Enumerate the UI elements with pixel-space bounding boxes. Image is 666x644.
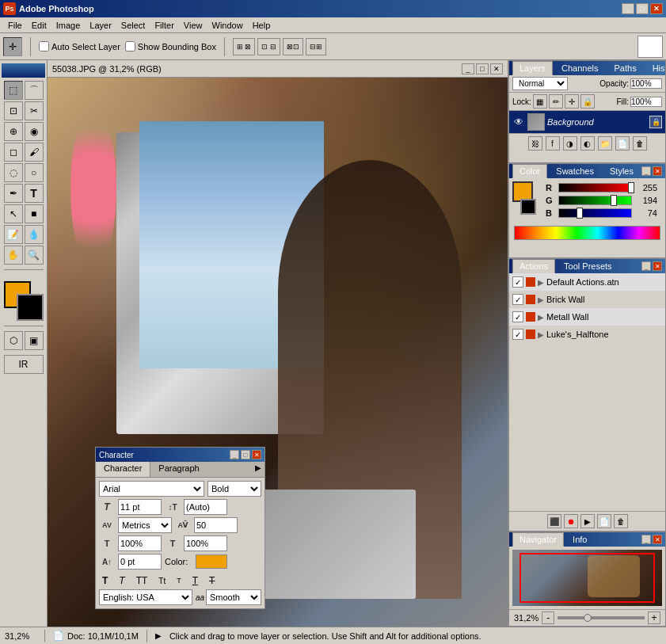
delete-action-btn[interactable]: 🗑 — [614, 514, 628, 528]
font-size-input[interactable] — [118, 499, 162, 515]
zoom-in-btn[interactable]: + — [648, 612, 660, 624]
add-style-btn[interactable]: f — [546, 136, 560, 151]
doc-minimize-button[interactable]: _ — [462, 63, 474, 74]
char-panel-close[interactable]: ✕ — [252, 450, 261, 459]
tab-info[interactable]: Info — [565, 532, 594, 547]
lock-transparent-btn[interactable]: ▦ — [533, 94, 547, 109]
char-panel-minimize[interactable]: _ — [230, 450, 239, 459]
select-tool[interactable]: ⬚ — [4, 81, 23, 100]
super-btn[interactable]: T — [173, 575, 185, 586]
hand-tool[interactable]: ✋ — [4, 246, 23, 265]
action-check-4[interactable]: ✓ — [512, 329, 523, 340]
show-bbox-label[interactable]: Show Bounding Box — [125, 41, 216, 51]
blur-tool[interactable]: ◌ — [4, 163, 23, 182]
action-row-3[interactable]: ✓ ▶ Metall Wall — [509, 308, 665, 326]
new-layer-btn[interactable]: 📄 — [615, 136, 630, 151]
path-select-tool[interactable]: ↖ — [4, 204, 23, 223]
tab-history[interactable]: History — [645, 61, 666, 75]
action-row-2[interactable]: ✓ ▶ Brick Wall — [509, 291, 665, 308]
menu-view[interactable]: View — [179, 19, 207, 32]
background-color[interactable] — [17, 294, 44, 321]
g-slider[interactable] — [558, 196, 632, 205]
doc-restore-button[interactable]: □ — [476, 63, 489, 74]
doc-close-button[interactable]: ✕ — [490, 63, 503, 74]
play-action-btn[interactable]: ▶ — [580, 514, 595, 528]
add-mask-btn[interactable]: ◑ — [563, 136, 577, 151]
new-adjustment-btn[interactable]: ◐ — [580, 136, 595, 151]
r-slider[interactable] — [558, 183, 632, 192]
nav-zoom-slider[interactable] — [558, 616, 645, 619]
show-bbox-checkbox[interactable] — [125, 41, 135, 51]
action-check-1[interactable]: ✓ — [512, 276, 523, 288]
tab-layers[interactable]: Layers — [512, 61, 553, 75]
lasso-tool[interactable]: ⌒ — [25, 81, 44, 100]
menu-help[interactable]: Help — [248, 19, 276, 32]
under-btn[interactable]: T — [189, 574, 201, 588]
menu-image[interactable]: Image — [51, 19, 86, 32]
layer-row-background[interactable]: 👁 Background 🔒 — [509, 111, 665, 133]
auto-select-label[interactable]: Auto Select Layer — [39, 41, 120, 51]
actions-close[interactable]: ✕ — [653, 261, 662, 271]
tab-tool-presets[interactable]: Tool Presets — [557, 259, 619, 273]
notes-tool[interactable]: 📝 — [4, 225, 23, 244]
menu-select[interactable]: Select — [116, 19, 150, 32]
tracking-input[interactable] — [194, 517, 238, 533]
b-slider[interactable] — [558, 208, 632, 218]
smallcaps-btn[interactable]: Tt — [155, 575, 169, 587]
layer-visibility-icon[interactable]: 👁 — [512, 116, 525, 128]
nav-close[interactable]: ✕ — [653, 535, 662, 544]
menu-filter[interactable]: Filter — [150, 19, 178, 32]
transform-btn-1[interactable]: ⊞ ⊠ — [233, 38, 256, 55]
blend-mode-select[interactable]: Normal — [512, 77, 568, 90]
delete-layer-btn[interactable]: 🗑 — [633, 136, 647, 151]
menu-edit[interactable]: Edit — [27, 19, 51, 32]
paint-tool[interactable]: 🖌 — [25, 143, 44, 162]
font-family-select[interactable]: Arial — [99, 481, 204, 497]
tab-navigator[interactable]: Navigator — [512, 532, 564, 547]
new-group-btn[interactable]: 📁 — [598, 136, 612, 151]
screen-mode-tool[interactable]: ▣ — [25, 331, 44, 350]
transform-btn-4[interactable]: ⊟⊞ — [306, 38, 326, 55]
auto-select-checkbox[interactable] — [39, 41, 49, 51]
lock-all-btn[interactable]: 🔒 — [580, 94, 595, 109]
crop-tool[interactable]: ⊡ — [4, 101, 23, 120]
healing-tool[interactable]: ⊕ — [4, 122, 23, 141]
color-gradient-bar[interactable] — [514, 226, 660, 240]
action-check-3[interactable]: ✓ — [512, 311, 523, 322]
tab-color[interactable]: Color — [512, 164, 547, 178]
zoom-tool[interactable]: 🔍 — [25, 246, 44, 265]
move-tool-icon[interactable]: ✛ — [3, 37, 22, 56]
eraser-tool[interactable]: ◻ — [4, 143, 23, 162]
record-action-btn[interactable]: ⏺ — [564, 514, 578, 528]
language-select[interactable]: English: USA — [99, 589, 192, 605]
tab-paths[interactable]: Paths — [607, 61, 644, 75]
baseline-input[interactable] — [118, 554, 162, 570]
tab-actions[interactable]: Actions — [512, 259, 555, 273]
opacity-input[interactable] — [630, 78, 662, 89]
color-minimize[interactable]: _ — [641, 166, 651, 176]
jump-to-imageready[interactable]: IR — [4, 355, 44, 374]
anti-alias-select[interactable]: Smooth — [206, 589, 261, 605]
action-check-2[interactable]: ✓ — [512, 294, 523, 305]
text-color-swatch[interactable] — [196, 554, 227, 569]
transform-btn-2[interactable]: ⊡ ⊟ — [257, 38, 280, 55]
kerning-select[interactable]: Metrics — [118, 517, 172, 533]
tab-paragraph[interactable]: Paragraph — [150, 462, 207, 477]
stamp-tool[interactable]: ◉ — [25, 122, 44, 141]
leading-input[interactable] — [184, 499, 227, 515]
fill-input[interactable] — [630, 97, 662, 107]
italic-btn[interactable]: T — [116, 574, 127, 588]
nav-minimize[interactable]: _ — [641, 535, 651, 544]
menu-file[interactable]: File — [3, 19, 27, 32]
actions-minimize[interactable]: _ — [641, 261, 651, 271]
tab-character[interactable]: Character — [96, 462, 150, 477]
transform-btn-3[interactable]: ⊠⊡ — [283, 38, 303, 55]
zoom-out-btn[interactable]: - — [542, 612, 554, 624]
action-row-4[interactable]: ✓ ▶ Luke's_Halftone — [509, 326, 665, 343]
stop-action-btn[interactable]: ⬛ — [547, 514, 561, 528]
quick-mask-tool[interactable]: ⬡ — [4, 331, 23, 350]
tab-channels[interactable]: Channels — [554, 61, 605, 75]
shape-tool[interactable]: ■ — [25, 204, 44, 223]
h-scale-input[interactable] — [184, 535, 227, 551]
close-button[interactable]: ✕ — [650, 3, 663, 14]
